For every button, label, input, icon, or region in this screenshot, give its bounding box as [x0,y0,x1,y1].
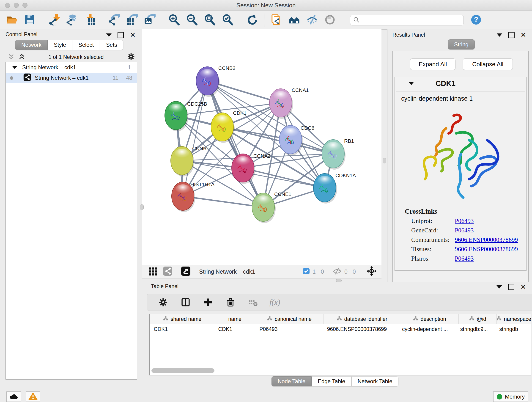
delete-column-trash-icon[interactable] [225,296,236,308]
tab-edge-table[interactable]: Edge Table [312,376,351,386]
node-CCNA1[interactable]: CCNA1 [269,87,309,119]
close-panel-icon[interactable]: ✕ [520,32,526,38]
node-CDKN1A[interactable]: CDKN1A [313,172,356,204]
string-network-graph[interactable]: CCNB2CCNA1CDC25BCDK1CDC6RB1CCNB1CCNA2CDK… [142,29,381,265]
node-table[interactable]: shared namenamecanonical namedatabase id… [149,314,531,375]
memory-status-dot [497,394,502,400]
entry-expander-icon[interactable] [409,82,414,85]
refresh-view-button[interactable] [246,14,258,26]
left-splitter-handle[interactable] [140,204,144,210]
string-network-badge-icon[interactable] [163,266,172,277]
export-image-button[interactable] [144,14,156,26]
column-header-shared-name[interactable]: shared name [150,314,215,324]
cell-namespace[interactable]: stringdb [495,324,531,334]
tab-network-table[interactable]: Network Table [351,376,399,386]
tab-style[interactable]: Style [48,40,72,50]
save-session-button[interactable] [24,14,36,26]
table-row[interactable]: CDK1CDK1P064939606.ENSP00000378699cyclin… [150,324,531,334]
cell--id[interactable]: stringdb:9... [456,324,495,334]
show-columns-icon[interactable] [180,296,191,308]
selected-checkbox-icon[interactable] [303,268,310,275]
close-window-button[interactable] [5,3,10,8]
memory-label: Memory [505,394,525,400]
zoom-fit-button[interactable] [204,14,216,26]
table-options-gear-icon[interactable] [157,296,169,308]
close-panel-icon[interactable]: ✕ [520,284,526,289]
node-RB1[interactable]: RB1 [322,138,354,170]
expand-all-button[interactable]: Expand All [410,58,456,70]
node-CCNE1[interactable]: CCNE1 [252,191,291,223]
network-canvas[interactable]: CCNB2CCNA1CDC25BCDK1CDC6RB1CCNB1CCNA2CDK… [142,29,381,265]
panel-menu-icon[interactable] [497,33,502,37]
tab-sets[interactable]: Sets [100,40,123,50]
crosslink-value-0[interactable]: P06493 [455,217,474,225]
network-options-gear-icon[interactable] [127,52,135,62]
zoom-out-button[interactable] [186,14,198,26]
node-label-CCNB1: CCNB1 [192,146,209,151]
clone-network-button[interactable] [270,14,282,26]
tab-network[interactable]: Network [15,40,48,50]
right-splitter-handle[interactable] [383,158,386,163]
column-header-canonical-name[interactable]: canonical name [255,314,324,324]
tab-select[interactable]: Select [72,40,100,50]
create-column-plus-icon[interactable] [202,296,214,308]
cell-canonical-name[interactable]: P06493 [255,324,323,334]
open-session-button[interactable] [6,14,18,26]
column-header--id[interactable]: @id [459,314,496,324]
tree-expander-icon[interactable] [12,66,17,69]
cell-database-identifier[interactable]: 9606.ENSP00000378699 [323,324,398,334]
edge-CCNB2-CCNE1[interactable] [207,81,263,207]
help-button[interactable]: ? [470,14,482,26]
zoom-window-button[interactable] [22,3,27,8]
collapse-all-tree-icon[interactable] [8,54,15,61]
tab-string[interactable]: String [448,39,475,50]
column-header-description[interactable]: description [400,314,459,324]
highlight-eye-button[interactable] [324,14,336,26]
node-HIST1H1A[interactable]: HIST1H1A [172,182,215,212]
network-collection-row[interactable]: String Network – cdk1 1 [6,62,137,73]
import-network-file-button[interactable] [48,14,60,26]
search-box[interactable] [350,15,464,26]
expand-all-tree-icon[interactable] [18,54,25,61]
column-header-namespace[interactable]: namespace [497,314,531,324]
float-panel-icon[interactable] [508,284,514,290]
column-header-database-identifier[interactable]: database identifier [324,314,400,324]
import-table-file-button[interactable] [84,14,96,26]
column-header-name[interactable]: name [215,314,255,324]
zoom-selected-button[interactable] [222,14,234,26]
export-network-button[interactable] [108,14,120,26]
float-panel-icon[interactable] [508,32,515,38]
network-row-selected[interactable]: String Network – cdk1 11 48 [6,73,137,83]
collapse-all-button[interactable]: Collapse All [463,58,513,70]
tab-node-table[interactable]: Node Table [272,376,312,386]
show-hide-graphics-button[interactable] [306,14,318,26]
crosslink-value-2[interactable]: 9606.ENSP00000378699 [455,236,518,243]
minimize-window-button[interactable] [14,3,19,8]
panel-menu-icon[interactable] [106,33,112,37]
search-input[interactable] [360,17,461,24]
memory-button[interactable]: Memory [493,391,528,402]
first-neighbors-button[interactable] [288,14,300,26]
cloud-button[interactable] [6,391,21,402]
cell-description[interactable]: cyclin-dependent ... [398,324,456,334]
node-CDC25B[interactable]: CDC25B [165,101,207,131]
fit-selected-crosshair-icon[interactable] [366,266,377,277]
warnings-button[interactable] [26,391,40,402]
import-network-database-button[interactable] [66,14,78,26]
edge-CCNB2-HIST1H1A[interactable] [183,81,207,196]
panel-menu-icon[interactable] [496,285,502,288]
table-horizontal-scrollbar[interactable] [152,368,215,373]
birds-eye-view-icon[interactable] [181,266,191,277]
node-CCNB2[interactable]: CCNB2 [196,65,235,97]
crosslink-value-1[interactable]: P06493 [455,227,474,234]
cell-shared-name[interactable]: CDK1 [150,324,214,334]
zoom-in-button[interactable] [168,14,180,26]
grid-view-icon[interactable] [149,267,158,277]
crosslink-value-3[interactable]: 9606.ENSP00000378699 [455,246,518,253]
crosslink-value-4[interactable]: P06493 [455,255,474,262]
export-table-button[interactable] [126,14,138,26]
crosslink-label-1: GeneCard: [411,227,455,234]
cell-name[interactable]: CDK1 [214,324,255,334]
float-panel-icon[interactable] [118,32,124,38]
close-panel-icon[interactable]: ✕ [130,32,136,38]
